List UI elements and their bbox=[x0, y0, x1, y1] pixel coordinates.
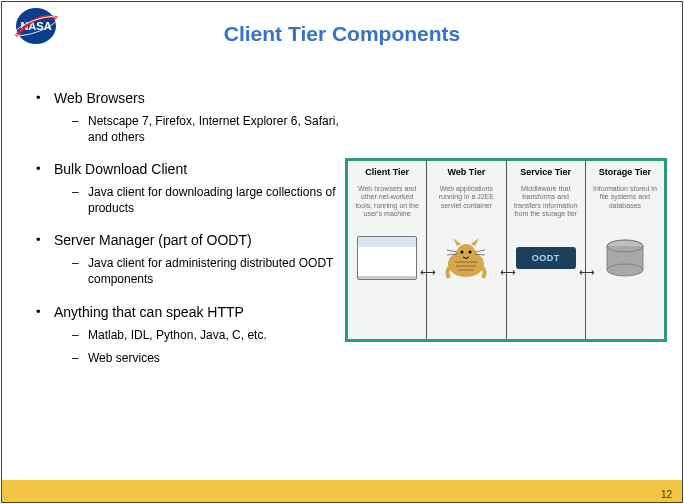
tier-title: Client Tier bbox=[365, 167, 409, 177]
tier-text: Information stored in file systems and d… bbox=[590, 185, 660, 231]
tier-column-service: Service Tier Middleware that transforms … bbox=[507, 161, 586, 339]
bullet-item: Anything that can speak HTTP Matlab, IDL… bbox=[30, 304, 340, 367]
svg-point-7 bbox=[461, 251, 464, 254]
bullet-label: Web Browsers bbox=[54, 90, 145, 106]
oodt-icon: OODT bbox=[516, 235, 576, 281]
sub-bullet: Java client for downloading large collec… bbox=[72, 185, 340, 216]
bullet-item: Server Manager (part of OODT) Java clien… bbox=[30, 232, 340, 287]
svg-point-11 bbox=[607, 264, 643, 276]
bullet-label: Anything that can speak HTTP bbox=[54, 304, 244, 320]
tier-title: Web Tier bbox=[448, 167, 486, 177]
tier-diagram: Client Tier Web browsers and other net-w… bbox=[345, 158, 667, 342]
arrow-icon: ⟷ bbox=[500, 266, 516, 279]
tier-text: Web browsers and other net-worked tools,… bbox=[352, 185, 422, 231]
browser-icon bbox=[357, 235, 417, 281]
tier-title: Service Tier bbox=[520, 167, 571, 177]
sub-bullet: Web services bbox=[72, 351, 340, 367]
tier-text: Web applications running in a J2EE servl… bbox=[431, 185, 501, 231]
bullet-item: Web Browsers Netscape 7, Firefox, Intern… bbox=[30, 90, 340, 145]
svg-point-4 bbox=[456, 244, 476, 264]
bullet-label: Bulk Download Client bbox=[54, 161, 187, 177]
tier-column-client: Client Tier Web browsers and other net-w… bbox=[348, 161, 427, 339]
sub-bullet: Netscape 7, Firefox, Internet Explorer 6… bbox=[72, 114, 340, 145]
sub-bullet: Matlab, IDL, Python, Java, C, etc. bbox=[72, 328, 340, 344]
tomcat-icon bbox=[436, 235, 496, 281]
tier-column-web: Web Tier Web applications running in a J… bbox=[427, 161, 506, 339]
footer-strip bbox=[2, 480, 682, 502]
arrow-icon: ⟷ bbox=[579, 266, 595, 279]
arrow-icon: ⟷ bbox=[420, 266, 436, 279]
bullet-content: Web Browsers Netscape 7, Firefox, Intern… bbox=[30, 90, 340, 383]
sub-bullet: Java client for administering distribute… bbox=[72, 256, 340, 287]
bullet-item: Bulk Download Client Java client for dow… bbox=[30, 161, 340, 216]
page-number: 12 bbox=[661, 489, 672, 500]
svg-marker-5 bbox=[453, 238, 461, 246]
tier-column-storage: Storage Tier Information stored in file … bbox=[586, 161, 664, 339]
tier-text: Middleware that transforms and transfers… bbox=[511, 185, 581, 231]
slide-title: Client Tier Components bbox=[0, 22, 684, 46]
database-icon bbox=[595, 235, 655, 281]
bullet-label: Server Manager (part of OODT) bbox=[54, 232, 252, 248]
tier-title: Storage Tier bbox=[599, 167, 651, 177]
svg-marker-6 bbox=[471, 238, 479, 246]
svg-point-8 bbox=[469, 251, 472, 254]
